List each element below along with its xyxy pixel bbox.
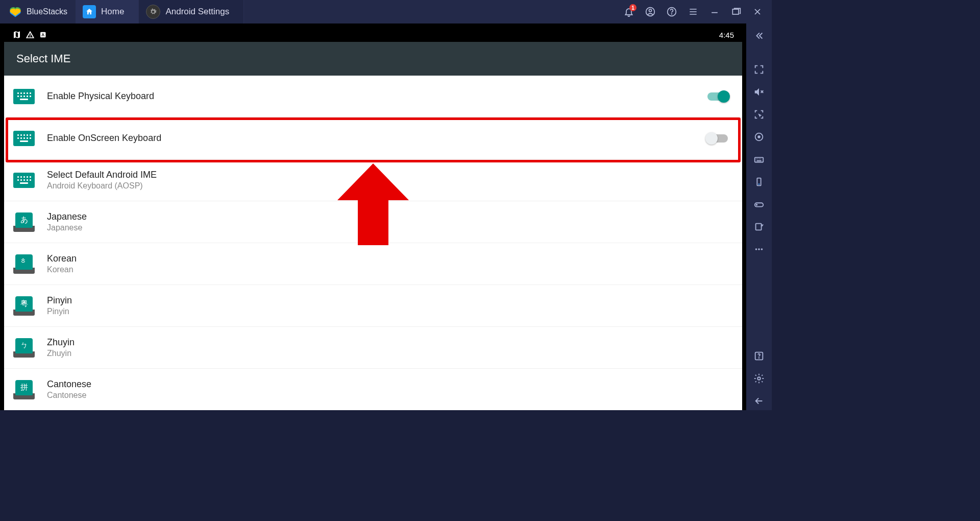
language-key-icon: あ — [13, 212, 35, 232]
back-icon[interactable] — [750, 392, 768, 410]
setting-title: Pinyin — [47, 295, 733, 306]
collapse-sidebar-icon[interactable] — [750, 27, 768, 45]
setting-title: Japanese — [47, 211, 733, 222]
brand-area: BlueStacks — [0, 0, 76, 23]
language-key-icon: ᄒ — [13, 254, 35, 274]
svg-point-19 — [757, 377, 761, 380]
setting-subtitle: Korean — [47, 265, 733, 274]
keyboard-controls-icon[interactable] — [750, 150, 768, 169]
setting-title: Enable Physical Keyboard — [47, 91, 707, 102]
tab-home[interactable]: Home — [76, 0, 139, 23]
gear-icon — [146, 5, 160, 19]
volume-mute-icon[interactable] — [750, 83, 768, 101]
setting-subtitle: Japanese — [47, 223, 733, 232]
svg-text:A: A — [41, 33, 44, 37]
notifications-icon[interactable]: 1 — [624, 7, 634, 17]
help-icon[interactable] — [667, 7, 677, 17]
setting-title: Zhuyin — [47, 337, 733, 348]
home-icon — [83, 5, 96, 18]
setting-subtitle: Cantonese — [47, 391, 733, 400]
keyboard-icon — [13, 173, 35, 188]
menu-icon[interactable] — [688, 7, 698, 17]
setting-title: Select Default Android IME — [47, 170, 733, 180]
keyboard-icon — [13, 89, 35, 104]
statusbar-time: 4:45 — [719, 31, 734, 39]
svg-rect-13 — [756, 224, 762, 230]
svg-point-15 — [758, 248, 760, 250]
setting-title: Enable OnScreen Keyboard — [47, 133, 707, 144]
toggle-physical-keyboard[interactable] — [707, 92, 728, 101]
warning-icon — [26, 30, 35, 39]
setting-subtitle: Pinyin — [47, 307, 733, 316]
svg-point-18 — [759, 358, 760, 358]
gamepad-icon[interactable] — [750, 195, 768, 214]
right-toolbar — [746, 23, 772, 410]
language-key-icon: 粤 — [13, 296, 35, 316]
cursor-lock-icon[interactable] — [750, 105, 768, 124]
setting-japanese[interactable]: あ Japanese Japanese — [4, 201, 742, 243]
rotate-icon[interactable] — [750, 173, 768, 191]
toggle-onscreen-keyboard[interactable] — [707, 134, 728, 143]
setting-subtitle: Zhuyin — [47, 349, 733, 358]
setting-enable-physical-keyboard[interactable]: Enable Physical Keyboard — [4, 76, 742, 117]
tab-home-label: Home — [101, 7, 124, 17]
brand-text: BlueStacks — [27, 7, 67, 16]
android-statusbar: A 4:45 — [4, 28, 742, 42]
close-icon[interactable] — [752, 7, 763, 17]
setting-subtitle: Android Keyboard (AOSP) — [47, 181, 733, 191]
tab-settings-label: Android Settings — [165, 7, 229, 17]
help-square-icon[interactable] — [750, 347, 768, 365]
macro-icon[interactable] — [750, 218, 768, 236]
settings-list: Enable Physical Keyboard Enable OnScreen… — [4, 76, 742, 410]
fullscreen-icon[interactable] — [750, 60, 768, 79]
setting-enable-onscreen-keyboard[interactable]: Enable OnScreen Keyboard — [4, 117, 742, 159]
setting-pinyin[interactable]: 粤 Pinyin Pinyin — [4, 285, 742, 327]
maximize-icon[interactable] — [731, 7, 741, 17]
tab-android-settings[interactable]: Android Settings — [139, 0, 244, 23]
svg-rect-4 — [732, 9, 739, 14]
setting-cantonese[interactable]: 拼 Cantonese Cantonese — [4, 369, 742, 410]
setting-title: Korean — [47, 253, 733, 264]
svg-point-3 — [672, 14, 672, 14]
titlebar: BlueStacks Home Android Settings 1 — [0, 0, 772, 23]
setting-title: Cantonese — [47, 379, 733, 390]
notification-badge: 1 — [629, 4, 636, 11]
bluestacks-logo-icon — [8, 5, 22, 19]
language-key-icon: 拼 — [13, 380, 35, 399]
setting-select-default-ime[interactable]: Select Default Android IME Android Keybo… — [4, 159, 742, 201]
label-icon: A — [39, 30, 48, 39]
svg-point-8 — [758, 136, 760, 138]
language-key-icon: ㄅ — [13, 338, 35, 358]
location-icon[interactable] — [750, 128, 768, 146]
more-icon[interactable] — [750, 240, 768, 258]
android-viewport: A 4:45 Select IME Enable Physical Keyboa… — [0, 23, 746, 410]
settings-gear-icon[interactable] — [750, 369, 768, 388]
setting-zhuyin[interactable]: ㄅ Zhuyin Zhuyin — [4, 327, 742, 369]
map-icon — [12, 30, 21, 39]
svg-point-14 — [755, 248, 757, 250]
page-title: Select IME — [4, 42, 742, 76]
account-icon[interactable] — [645, 7, 655, 17]
svg-point-16 — [761, 248, 763, 250]
minimize-icon[interactable] — [709, 7, 720, 17]
svg-point-1 — [649, 9, 652, 12]
setting-korean[interactable]: ᄒ Korean Korean — [4, 243, 742, 285]
svg-point-11 — [759, 184, 760, 184]
window-controls: 1 — [615, 7, 772, 17]
svg-rect-9 — [755, 157, 764, 162]
tab-bar: Home Android Settings — [76, 0, 244, 23]
keyboard-icon — [13, 131, 35, 146]
